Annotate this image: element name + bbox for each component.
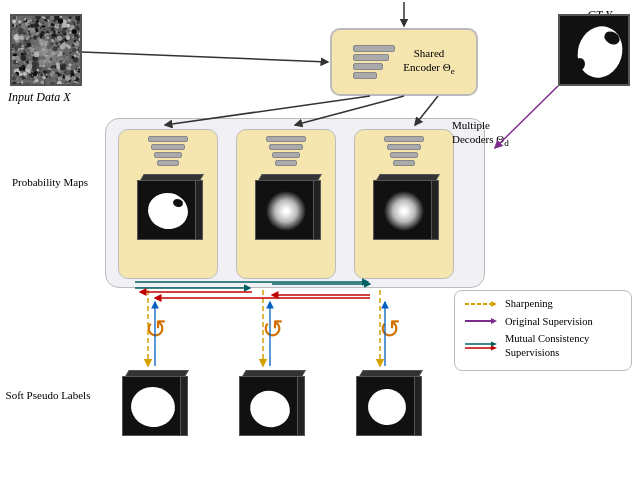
dec-layer-1-4 [157,160,179,166]
recycle-icon-1: ↺ [145,314,167,345]
decoders-region [105,118,485,288]
decoders-label: MultipleDecoders Θd [452,118,509,150]
enc-layer-4 [353,72,377,79]
mutual-consistency-label: Mutual Consistency Supervisions [505,332,623,359]
pseudo-cube-2 [235,368,305,440]
dec-layer-3-3 [390,152,418,158]
cube-front-3 [373,180,433,240]
input-data-image [10,14,82,86]
dec-layer-2-4 [275,160,297,166]
legend-mutual-consistency: Mutual Consistency Supervisions [463,332,623,359]
dec-layer-3-4 [393,160,415,166]
dec-layer-2-1 [266,136,306,142]
legend-sharpening: Sharpening [463,297,623,311]
diagram: Input Data X GT Y SharedEncoder Θe [0,0,640,501]
decoder-box-3 [354,129,454,279]
svg-marker-3 [491,318,497,324]
soft-pseudo-labels-label: Soft Pseudo Labels [4,388,92,403]
cube-side-1 [195,180,203,240]
cube-front-1 [137,180,197,240]
svg-line-8 [82,52,328,62]
shared-encoder-label: SharedEncoder Θe [403,46,454,78]
recycle-icon-2: ↺ [262,314,284,345]
enc-layer-2 [353,54,389,61]
dec-layers-1 [148,136,188,166]
dec-layer-2-2 [269,144,303,150]
dec-layers-2 [266,136,306,166]
mutual-consistency-arrow-icon [463,340,499,352]
cube-front-2 [255,180,315,240]
enc-layer-1 [353,45,395,52]
enc-layer-3 [353,63,383,70]
sharpening-arrow-icon [463,298,499,310]
decoder-box-2 [236,129,336,279]
dec-layer-1-3 [154,152,182,158]
dec-layers-3 [384,136,424,166]
dec-layer-3-1 [384,136,424,142]
sharpening-label: Sharpening [505,297,553,311]
original-supervision-label: Original Supervision [505,315,593,329]
prob-maps-label: Probability Maps [10,175,90,190]
original-supervision-arrow-icon [463,315,499,327]
svg-marker-1 [491,301,497,307]
svg-marker-7 [491,345,497,350]
prob-cube-3 [369,172,439,244]
cube-side-3 [431,180,439,240]
encoder-layers [353,45,395,79]
shared-encoder-box: SharedEncoder Θe [330,28,478,96]
dec-layer-3-2 [387,144,421,150]
prob-cube-2 [251,172,321,244]
pseudo-cube-3 [352,368,422,440]
cube-side-2 [313,180,321,240]
dec-layer-2-3 [272,152,300,158]
dec-layer-1-1 [148,136,188,142]
legend-box: Sharpening Original Supervision Mutual C… [454,290,632,371]
gt-image [558,14,630,86]
input-data-label: Input Data X [8,90,71,105]
legend-original-supervision: Original Supervision [463,315,623,329]
dec-layer-1-2 [151,144,185,150]
prob-cube-1 [133,172,203,244]
decoder-box-1 [118,129,218,279]
recycle-icon-3: ↺ [379,314,401,345]
svg-marker-5 [491,341,497,346]
pseudo-cube-1 [118,368,188,440]
